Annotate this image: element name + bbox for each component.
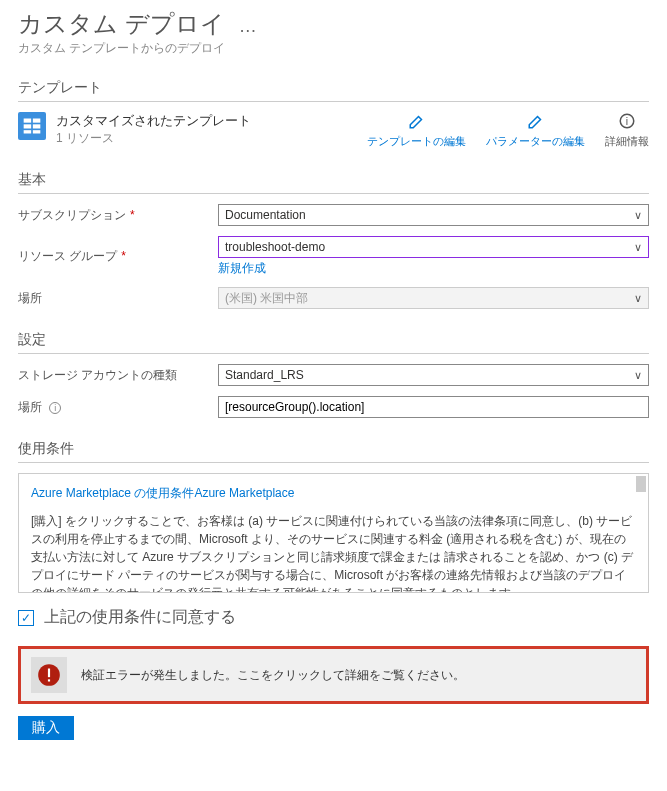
page-subtitle: カスタム テンプレートからのデプロイ [18,40,649,57]
section-template: テンプレート [18,79,649,102]
agree-checkbox[interactable]: ✓ [18,610,34,626]
resource-group-row: リソース グループ* troubleshoot-demo ∨ 新規作成 [18,236,649,277]
chevron-down-icon: ∨ [634,241,642,254]
svg-rect-1 [33,119,41,123]
template-resource-count: 1 リソース [56,130,251,147]
svg-rect-2 [24,124,32,128]
section-terms: 使用条件 [18,440,649,463]
more-info-label: 詳細情報 [605,134,649,149]
more-info-button[interactable]: i 詳細情報 [605,112,649,149]
resource-group-select[interactable]: troubleshoot-demo ∨ [218,236,649,258]
chevron-down-icon: ∨ [634,292,642,305]
resource-group-label: リソース グループ* [18,248,218,265]
purchase-button[interactable]: 購入 [18,716,74,740]
svg-rect-5 [33,130,41,133]
storage-type-label: ストレージ アカウントの種類 [18,367,218,384]
validation-error-callout[interactable]: 検証エラーが発生しました。ここをクリックして詳細をご覧ください。 [18,646,649,704]
svg-rect-3 [33,124,41,128]
edit-template-label: テンプレートの編集 [367,134,466,149]
edit-template-button[interactable]: テンプレートの編集 [367,112,466,149]
template-icon [18,112,46,140]
scrollbar-thumb[interactable] [636,476,646,492]
chevron-down-icon: ∨ [634,209,642,222]
agree-label: 上記の使用条件に同意する [44,607,236,628]
chevron-down-icon: ∨ [634,369,642,382]
error-icon [31,657,67,693]
settings-location-row: 場所 i [18,396,649,418]
template-summary: カスタマイズされたテンプレート 1 リソース テンプレートの編集 パラメーターの… [18,112,649,149]
svg-rect-9 [48,669,50,678]
terms-box: Azure Marketplace の使用条件Azure Marketplace… [18,473,649,593]
terms-body: [購入] をクリックすることで、お客様は (a) サービスに関連付けられている当… [31,512,636,593]
svg-text:i: i [626,115,628,127]
subscription-row: サブスクリプション* Documentation ∨ [18,204,649,226]
subscription-value: Documentation [225,208,306,222]
page-header: カスタム デプロイ … [18,8,649,40]
edit-params-button[interactable]: パラメーターの編集 [486,112,585,149]
settings-location-label: 場所 i [18,399,218,416]
template-name: カスタマイズされたテンプレート [56,112,251,130]
svg-rect-4 [24,130,32,133]
agree-row: ✓ 上記の使用条件に同意する [18,607,649,628]
edit-params-label: パラメーターの編集 [486,134,585,149]
page-title: カスタム デプロイ [18,8,225,40]
svg-rect-0 [24,119,32,123]
location-row: 場所 (米国) 米国中部 ∨ [18,287,649,309]
settings-location-input[interactable] [218,396,649,418]
storage-type-value: Standard_LRS [225,368,304,382]
pencil-icon [408,112,426,134]
storage-type-select[interactable]: Standard_LRS ∨ [218,364,649,386]
subscription-label: サブスクリプション* [18,207,218,224]
location-value: (米国) 米国中部 [225,290,308,307]
section-basic: 基本 [18,171,649,194]
location-label: 場所 [18,290,218,307]
resource-group-value: troubleshoot-demo [225,240,325,254]
svg-rect-10 [48,679,50,681]
marketplace-terms-link[interactable]: Azure Marketplace の使用条件Azure Marketplace [31,486,294,500]
info-icon[interactable]: i [49,402,61,414]
storage-type-row: ストレージ アカウントの種類 Standard_LRS ∨ [18,364,649,386]
error-message: 検証エラーが発生しました。ここをクリックして詳細をご覧ください。 [81,667,465,684]
pencil-icon [527,112,545,134]
location-select: (米国) 米国中部 ∨ [218,287,649,309]
create-new-link[interactable]: 新規作成 [218,260,266,277]
subscription-select[interactable]: Documentation ∨ [218,204,649,226]
info-icon: i [618,112,636,134]
section-settings: 設定 [18,331,649,354]
more-options-icon[interactable]: … [239,16,259,37]
